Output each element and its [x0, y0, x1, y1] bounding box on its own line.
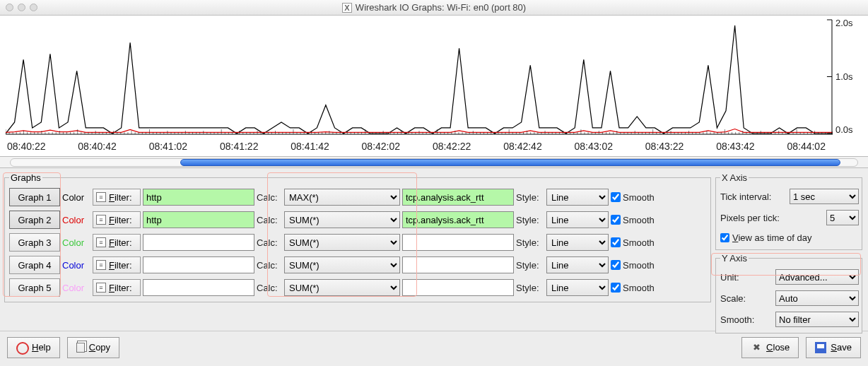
dialog-footer: Help Copy Close Save — [0, 331, 868, 363]
smooth-checkbox-label[interactable]: Smooth — [611, 260, 655, 271]
filter-button[interactable]: ≡Filter: — [93, 256, 141, 273]
scale-label: Scale: — [720, 293, 771, 304]
filter-input[interactable] — [143, 279, 254, 296]
calc-select[interactable]: SUM(*) — [284, 256, 400, 273]
style-label: Style: — [516, 260, 544, 271]
smooth-checkbox[interactable] — [611, 237, 621, 247]
help-button[interactable]: Help — [7, 337, 60, 358]
io-graph-area[interactable]: 2.0s 1.0s 0.0s 08:40:2208:40:4208:41:020… — [0, 16, 868, 157]
filter-input[interactable] — [143, 256, 254, 273]
x-tick: 08:42:42 — [503, 141, 542, 152]
smooth-checkbox-label[interactable]: Smooth — [611, 237, 655, 248]
x-axis-legend: X Axis — [720, 172, 749, 183]
filter-input[interactable] — [143, 211, 254, 228]
graphs-fieldset: Graphs Graph 1Color≡Filter:Calc:MAX(*)St… — [4, 172, 711, 302]
graph-toggle-button[interactable]: Graph 4 — [9, 256, 60, 274]
copy-icon — [76, 343, 85, 353]
calc-label: Calc: — [257, 260, 282, 271]
calc-label: Calc: — [257, 215, 282, 225]
y-tick: 2.0s — [835, 18, 864, 28]
smooth-select[interactable]: No filter — [775, 312, 859, 327]
window-titlebar: X Wireshark IO Graphs: Wi-Fi: en0 (port … — [0, 0, 868, 16]
calc-select[interactable]: MAX(*) — [284, 189, 400, 206]
smooth-checkbox[interactable] — [611, 215, 621, 225]
smooth-label: Smooth: — [720, 314, 771, 325]
tick-interval-label: Tick interval: — [720, 191, 785, 202]
chart-series-line — [6, 25, 833, 134]
graph-toggle-button[interactable]: Graph 2 — [9, 211, 60, 229]
calc-field-input[interactable] — [402, 279, 514, 296]
copy-button[interactable]: Copy — [67, 337, 119, 358]
graph-config-row: Graph 4Color≡Filter:Calc:SUM(*)Style:Lin… — [9, 254, 655, 276]
x-tick: 08:41:02 — [149, 141, 188, 152]
calc-label: Calc: — [257, 237, 282, 248]
graph-config-row: Graph 2Color≡Filter:Calc:SUM(*)Style:Lin… — [9, 208, 655, 231]
smooth-checkbox[interactable] — [611, 260, 621, 270]
view-as-time-checkbox[interactable] — [720, 233, 729, 242]
graph-toggle-button[interactable]: Graph 5 — [9, 278, 60, 297]
x-tick: 08:42:22 — [433, 141, 471, 152]
x-tick: 08:42:02 — [362, 141, 401, 152]
graph-config-row: Graph 3Color≡Filter:Calc:SUM(*)Style:Lin… — [9, 231, 655, 254]
pixels-per-tick-select[interactable]: 5 — [826, 210, 859, 225]
style-label: Style: — [516, 283, 544, 293]
color-label: Color — [62, 283, 90, 293]
calc-label: Calc: — [257, 283, 282, 293]
y-axis-fieldset: Y Axis Unit: Advanced... Scale: Auto Smo… — [715, 253, 862, 333]
graph-horizontal-scrollbar[interactable] — [0, 157, 868, 168]
style-select[interactable]: Line — [546, 189, 609, 206]
color-label: Color — [62, 237, 90, 248]
graph-toggle-button[interactable]: Graph 1 — [9, 188, 60, 206]
filter-button[interactable]: ≡Filter: — [93, 189, 141, 206]
filter-button[interactable]: ≡Filter: — [93, 211, 141, 228]
io-graph-canvas — [6, 18, 833, 135]
smooth-checkbox[interactable] — [611, 192, 621, 202]
x-tick: 08:44:02 — [787, 141, 826, 152]
close-button[interactable]: Close — [741, 337, 799, 358]
calc-field-input[interactable] — [402, 211, 514, 228]
scrollbar-thumb[interactable] — [180, 159, 840, 166]
filter-button[interactable]: ≡Filter: — [93, 234, 141, 251]
style-select[interactable]: Line — [546, 234, 609, 251]
filter-input[interactable] — [143, 234, 254, 251]
color-label: Color — [62, 192, 90, 203]
calc-field-input[interactable] — [402, 189, 514, 206]
help-icon — [16, 342, 28, 353]
save-icon — [815, 342, 826, 353]
filter-input[interactable] — [143, 189, 254, 206]
x-tick: 08:43:22 — [645, 141, 684, 152]
style-select[interactable]: Line — [546, 256, 609, 273]
y-tick: 0.0s — [835, 125, 864, 135]
filter-button[interactable]: ≡Filter: — [93, 279, 141, 296]
save-button[interactable]: Save — [806, 337, 861, 358]
smooth-checkbox-label[interactable]: Smooth — [611, 283, 655, 293]
unit-select[interactable]: Advanced... — [775, 269, 859, 285]
smooth-checkbox[interactable] — [611, 283, 621, 293]
filter-icon: ≡ — [96, 260, 106, 270]
pixels-per-tick-label: Pixels per tick: — [720, 213, 822, 223]
calc-select[interactable]: SUM(*) — [284, 211, 400, 228]
graph-toggle-button[interactable]: Graph 3 — [9, 233, 60, 252]
close-icon — [751, 342, 762, 353]
style-select[interactable]: Line — [546, 279, 609, 296]
calc-select[interactable]: SUM(*) — [284, 234, 400, 251]
style-select[interactable]: Line — [546, 211, 609, 228]
smooth-checkbox-label[interactable]: Smooth — [611, 215, 655, 225]
x-tick: 08:41:42 — [291, 141, 329, 152]
graph-config-row: Graph 1Color≡Filter:Calc:MAX(*)Style:Lin… — [9, 186, 655, 208]
calc-field-input[interactable] — [402, 256, 514, 273]
tick-interval-select[interactable]: 1 sec — [790, 189, 859, 204]
filter-icon: ≡ — [96, 237, 106, 247]
smooth-checkbox-label[interactable]: Smooth — [611, 192, 655, 203]
x-axis-fieldset: X Axis Tick interval: 1 sec Pixels per t… — [715, 172, 862, 250]
x-axis-ticks: 08:40:2208:40:4208:41:0208:41:2208:41:42… — [7, 141, 826, 152]
scale-select[interactable]: Auto — [775, 290, 859, 306]
graphs-legend: Graphs — [9, 172, 42, 183]
filter-icon: ≡ — [96, 192, 106, 202]
calc-field-input[interactable] — [402, 234, 514, 251]
y-axis-legend: Y Axis — [720, 253, 749, 264]
style-label: Style: — [516, 237, 544, 248]
x-tick: 08:40:22 — [7, 141, 46, 152]
calc-select[interactable]: SUM(*) — [284, 279, 400, 296]
view-as-time-label: View as time of day — [732, 232, 811, 243]
